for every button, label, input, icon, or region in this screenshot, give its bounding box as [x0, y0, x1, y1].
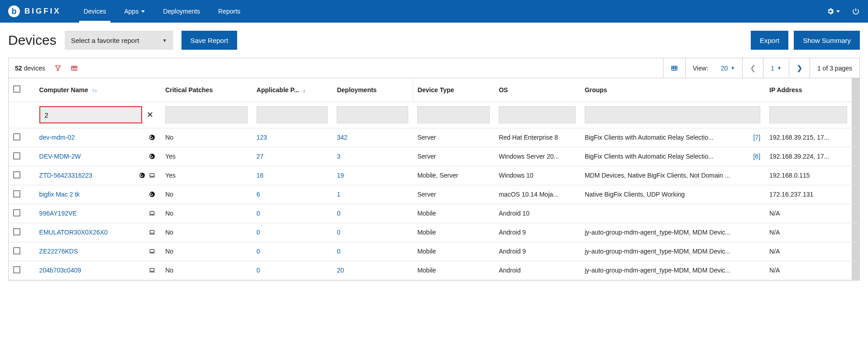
table-container: 52 devices View: 20 ▼ ❮ 1	[8, 58, 860, 281]
os-cell: Red Hat Enterprise 8	[494, 128, 580, 147]
groups-count[interactable]: [6]	[753, 153, 760, 160]
device-link[interactable]: dev-mdm-02	[39, 134, 75, 141]
device-link[interactable]: EMULATOR30X0X26X0	[39, 229, 108, 236]
critical-cell: Yes	[161, 147, 252, 166]
nav-deployments[interactable]: Deployments	[154, 0, 209, 23]
grid-toggle[interactable]	[663, 58, 685, 78]
device-link[interactable]: DEV-MDM-2W	[39, 153, 81, 160]
col-groups[interactable]: Groups	[580, 78, 765, 102]
critical-cell: No	[161, 185, 252, 204]
row-checkbox[interactable]	[13, 247, 20, 254]
applicable-link[interactable]: 0	[257, 229, 260, 236]
ip-cell: 192.168.0.115	[765, 166, 852, 185]
page-size-select[interactable]: 20 ▼	[721, 65, 735, 72]
row-checkbox[interactable]	[13, 133, 20, 141]
deployments-link[interactable]: 0	[337, 248, 340, 255]
device-link[interactable]: ZTD-56423316223	[39, 172, 93, 179]
row-checkbox[interactable]	[13, 152, 20, 160]
filter-critical[interactable]	[165, 106, 248, 123]
groups-cell: jy-auto-group-mdm-agent_type-MDM, MDM De…	[585, 267, 760, 274]
device-link[interactable]: 996AY192VE	[39, 210, 77, 217]
row-checkbox[interactable]	[13, 209, 20, 216]
nav-devices[interactable]: Devices	[75, 0, 115, 23]
applicable-link[interactable]: 6	[257, 191, 260, 198]
nav-apps[interactable]: Apps	[115, 0, 154, 23]
scrollbar[interactable]	[852, 78, 859, 128]
deployments-link[interactable]: 0	[337, 229, 340, 236]
applicable-link[interactable]: 0	[257, 248, 260, 255]
filter-os[interactable]: ▼	[499, 106, 576, 123]
save-report-button[interactable]: Save Report	[181, 31, 237, 50]
settings-menu[interactable]	[826, 7, 840, 15]
filter-device-type[interactable]	[417, 106, 490, 123]
ip-cell: 172.16.237.131	[765, 185, 852, 204]
filter-icon[interactable]	[54, 65, 62, 72]
col-applicable-patches[interactable]: Applicable P...↓	[252, 78, 333, 102]
groups-count[interactable]: [7]	[753, 134, 760, 141]
filter-ip[interactable]	[769, 106, 847, 123]
table-row: 204b703c0409No020MobileAndroidjy-auto-gr…	[9, 261, 859, 280]
deployments-link[interactable]: 3	[337, 153, 340, 160]
pager-next[interactable]: ❯	[789, 58, 810, 78]
pager-prev[interactable]: ❮	[742, 58, 763, 78]
favorite-report-label: Select a favorite report	[71, 37, 139, 44]
show-summary-button[interactable]: Show Summary	[794, 31, 860, 50]
power-icon	[852, 7, 860, 15]
deployments-link[interactable]: 1	[337, 191, 340, 198]
row-checkbox[interactable]	[13, 266, 20, 273]
type-cell: Mobile	[413, 223, 494, 242]
row-checkbox[interactable]	[13, 171, 20, 179]
device-link[interactable]: 204b703c0409	[39, 267, 81, 274]
groups-cell: BigFix Clients with Automatic Relay Sele…	[585, 153, 750, 160]
col-device-type[interactable]: Device Type	[413, 78, 494, 102]
filter-applicable[interactable]: ▲▼	[257, 106, 328, 123]
col-critical-patches[interactable]: Critical Patches	[161, 78, 252, 102]
table-row: EMULATOR30X0X26X0No00MobileAndroid 9jy-a…	[9, 223, 859, 242]
filter-groups[interactable]	[585, 106, 760, 123]
nav-reports[interactable]: Reports	[209, 0, 249, 23]
col-ip[interactable]: IP Address	[765, 78, 852, 102]
page-select[interactable]: 1 ▼	[763, 58, 789, 78]
applicable-link[interactable]: 16	[257, 172, 264, 179]
applicable-link[interactable]: 0	[257, 210, 260, 217]
device-link[interactable]: bigfix Mac 2 tk	[39, 191, 80, 198]
col-computer-name[interactable]: Computer Name↑↓	[35, 78, 161, 102]
export-button[interactable]: Export	[751, 31, 788, 50]
svg-rect-8	[150, 230, 154, 233]
row-checkbox[interactable]	[13, 190, 20, 197]
deployments-link[interactable]: 342	[337, 134, 347, 141]
row-checkbox[interactable]	[13, 228, 20, 235]
logo[interactable]: b BIGFIX	[8, 5, 61, 17]
os-cell: Android 9	[494, 242, 580, 261]
filter-deployments[interactable]: ▲▼	[337, 106, 408, 123]
favorite-report-select[interactable]: Select a favorite report ▼	[65, 31, 173, 50]
sort-icon: ↑↓	[92, 87, 97, 94]
applicable-link[interactable]: 0	[257, 267, 260, 274]
deployments-link[interactable]: 0	[337, 210, 340, 217]
os-cell: macOS 10.14 Moja...	[494, 185, 580, 204]
device-link[interactable]: ZE22276KDS	[39, 248, 78, 255]
col-os[interactable]: OS	[494, 78, 580, 102]
applicable-link[interactable]: 123	[257, 134, 267, 141]
filter-computer-name[interactable]	[39, 106, 143, 123]
view-size: View: 20 ▼	[685, 58, 742, 78]
power-button[interactable]	[852, 7, 860, 15]
chevron-down-icon: ▼	[162, 38, 167, 43]
deployments-link[interactable]: 20	[337, 267, 344, 274]
os-cell: Android 9	[494, 223, 580, 242]
type-cell: Server	[413, 185, 494, 204]
bigfix-agent-icon	[138, 171, 146, 179]
table-toolbar: 52 devices View: 20 ▼ ❮ 1	[9, 58, 859, 78]
columns-icon[interactable]	[71, 65, 78, 72]
applicable-link[interactable]: 27	[257, 153, 264, 160]
col-deployments[interactable]: Deployments	[332, 78, 413, 102]
chevron-right-icon: ❯	[796, 64, 802, 72]
type-cell: Server	[413, 128, 494, 147]
clear-filter-icon[interactable]: ✕	[144, 110, 156, 120]
groups-cell: Native BigFix Clients, UDP Working	[585, 191, 760, 198]
critical-cell: No	[161, 223, 252, 242]
laptop-icon	[148, 247, 156, 255]
select-all-checkbox[interactable]	[13, 85, 20, 93]
chevron-down-icon	[141, 10, 145, 13]
deployments-link[interactable]: 19	[337, 172, 344, 179]
